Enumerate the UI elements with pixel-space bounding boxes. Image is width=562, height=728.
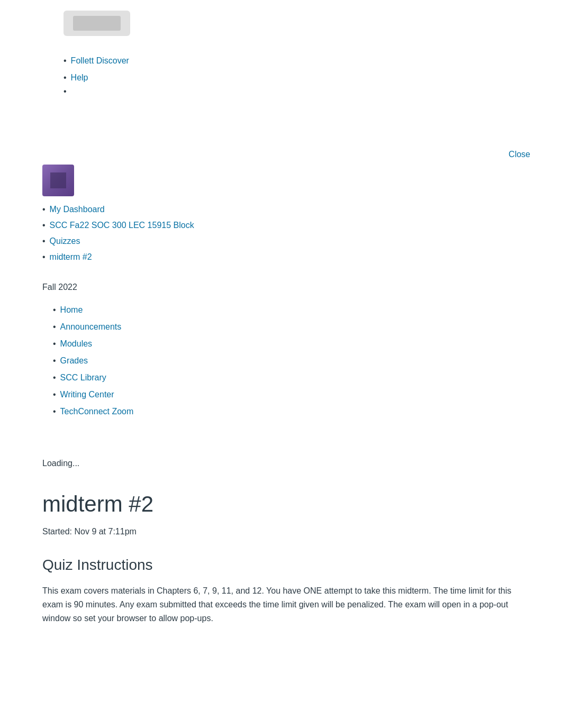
dashboard-link[interactable]: My Dashboard: [50, 203, 105, 216]
home-link[interactable]: Home: [60, 304, 83, 316]
page-wrapper: Follett Discover Help Close My Dashboard…: [0, 11, 562, 646]
loading-text: Loading...: [42, 459, 79, 468]
nav-scc-library[interactable]: SCC Library: [53, 369, 562, 386]
grades-link[interactable]: Grades: [60, 354, 88, 367]
quiz-instructions-body: This exam covers materials in Chapters 6…: [42, 584, 519, 625]
quizzes-link[interactable]: Quizzes: [50, 235, 80, 248]
breadcrumb-course[interactable]: SCC Fa22 SOC 300 LEC 15915 Block: [42, 217, 562, 233]
quiz-instructions-heading: Quiz Instructions: [42, 554, 520, 576]
close-button-row: Close: [0, 150, 562, 159]
follett-discover-anchor[interactable]: Follett Discover: [71, 54, 129, 67]
nav-modules[interactable]: Modules: [53, 335, 562, 352]
avatar: [42, 165, 74, 196]
follett-discover-link[interactable]: Follett Discover: [64, 52, 562, 69]
top-nav: Follett Discover Help: [0, 42, 562, 107]
main-content: midterm #2 Started: Nov 9 at 7:11pm Quiz…: [0, 480, 562, 646]
nav-writing-center[interactable]: Writing Center: [53, 386, 562, 403]
breadcrumb-dashboard[interactable]: My Dashboard: [42, 202, 562, 217]
breadcrumb-midterm[interactable]: midterm #2: [42, 249, 562, 265]
course-nav: Home Announcements Modules Grades SCC Li…: [42, 302, 562, 420]
nav-techconnect-zoom[interactable]: TechConnect Zoom: [53, 403, 562, 420]
nav-home[interactable]: Home: [53, 302, 562, 319]
techconnect-zoom-link[interactable]: TechConnect Zoom: [60, 405, 134, 418]
quiz-title: midterm #2: [42, 491, 520, 517]
modules-link[interactable]: Modules: [60, 338, 92, 350]
user-section: [0, 165, 562, 196]
course-link[interactable]: SCC Fa22 SOC 300 LEC 15915 Block: [50, 219, 194, 232]
follett-logo-container[interactable]: [64, 11, 562, 40]
started-text: Started: Nov 9 at 7:11pm: [42, 525, 520, 538]
avatar-inner: [42, 165, 74, 196]
semester-label: Fall 2022: [42, 281, 562, 294]
nav-grades[interactable]: Grades: [53, 352, 562, 369]
breadcrumb-quizzes[interactable]: Quizzes: [42, 233, 562, 249]
help-anchor[interactable]: Help: [71, 71, 88, 84]
help-link[interactable]: Help: [64, 69, 562, 86]
empty-list-item: [64, 86, 562, 97]
avatar-pixel: [50, 172, 66, 188]
nav-announcements[interactable]: Announcements: [53, 319, 562, 335]
announcements-link[interactable]: Announcements: [60, 321, 122, 333]
semester-section: Fall 2022 Home Announcements Modules Gra…: [0, 281, 562, 420]
writing-center-link[interactable]: Writing Center: [60, 388, 114, 401]
scc-library-link[interactable]: SCC Library: [60, 371, 106, 384]
loading-section: Loading...: [0, 425, 562, 480]
close-button[interactable]: Close: [509, 150, 530, 159]
divider-section: [0, 107, 562, 150]
midterm-link[interactable]: midterm #2: [50, 251, 92, 263]
breadcrumb-nav: My Dashboard SCC Fa22 SOC 300 LEC 15915 …: [0, 202, 562, 265]
